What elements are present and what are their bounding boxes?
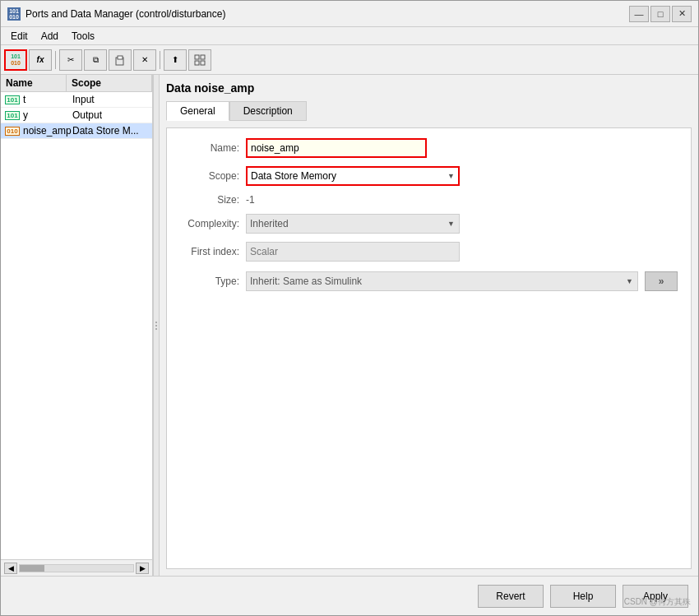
watermark: CSDN @何方其殊: [624, 596, 691, 608]
port-scope-noise-amp: Data Store M...: [72, 125, 149, 137]
scroll-track[interactable]: [19, 564, 134, 572]
maximize-button[interactable]: □: [650, 6, 670, 22]
complexity-label: Complexity:: [180, 218, 246, 229]
type-select[interactable]: Inherit: Same as Simulink double single …: [246, 271, 638, 291]
first-index-input[interactable]: [246, 242, 460, 262]
toolbar-data-btn[interactable]: 101010: [4, 49, 27, 71]
menu-add[interactable]: Add: [35, 29, 65, 43]
size-control: -1: [246, 194, 678, 206]
port-name-y: y: [23, 109, 72, 121]
port-row-t[interactable]: 101 t Input: [1, 92, 152, 108]
resize-handle[interactable]: [153, 75, 160, 576]
toolbar: 101010 fx ✂ ⧉ ✕ ⬆: [1, 45, 698, 75]
svg-rect-3: [201, 55, 205, 59]
col-header-name: Name: [1, 75, 67, 91]
size-row: Size: -1: [180, 194, 678, 206]
help-button[interactable]: Help: [550, 585, 616, 608]
port-icon-y: 101: [4, 109, 21, 121]
svg-rect-2: [195, 55, 199, 59]
tab-general[interactable]: General: [166, 101, 229, 121]
menu-edit[interactable]: Edit: [4, 29, 35, 43]
svg-rect-5: [201, 61, 205, 65]
port-name-noise-amp: noise_amp: [23, 125, 72, 137]
tab-bar: General Description: [166, 101, 692, 121]
svg-rect-1: [118, 56, 123, 59]
scope-control: Data Store Memory Input Output Parameter: [246, 166, 678, 186]
type-select-wrapper: Inherit: Same as Simulink double single …: [246, 271, 638, 291]
minimize-button[interactable]: —: [629, 6, 649, 22]
menu-bar: Edit Add Tools: [1, 27, 698, 45]
complexity-control: Inherited real complex: [246, 214, 678, 234]
size-label: Size:: [180, 194, 246, 206]
scope-row: Scope: Data Store Memory Input Output Pa…: [180, 166, 678, 186]
complexity-select-wrapper: Inherited real complex: [246, 214, 460, 234]
left-panel-scrollbar: ◀ ▶: [1, 559, 152, 576]
type-advanced-btn[interactable]: »: [645, 271, 678, 291]
right-panel: Data noise_amp General Description Name:…: [160, 75, 698, 576]
port-scope-y: Output: [72, 109, 149, 121]
complexity-select[interactable]: Inherited real complex: [246, 214, 460, 234]
complexity-row: Complexity: Inherited real complex: [180, 214, 678, 234]
bottom-bar: Revert Help Apply: [1, 576, 698, 615]
first-index-row: First index:: [180, 242, 678, 262]
tab-description[interactable]: Description: [229, 101, 307, 121]
port-row-y[interactable]: 101 y Output: [1, 108, 152, 123]
resize-dot-1: [155, 322, 157, 323]
toolbar-copy-btn[interactable]: ⧉: [84, 49, 107, 71]
port-name-t: t: [23, 94, 72, 105]
left-panel: Name Scope 101 t Input 101 y Output: [1, 75, 153, 576]
resize-dots: [155, 322, 157, 330]
first-index-control: [246, 242, 678, 262]
resize-dot-3: [155, 328, 157, 330]
size-value: -1: [246, 194, 255, 206]
name-label: Name:: [180, 142, 246, 154]
toolbar-separator-1: [55, 51, 56, 69]
title-bar-left: 101010 Ports and Data Manager (control/d…: [7, 7, 225, 21]
type-label: Type:: [180, 276, 246, 287]
title-buttons: — □ ✕: [629, 6, 692, 22]
port-list: 101 t Input 101 y Output 010 noise_: [1, 92, 152, 559]
toolbar-separator-2: [160, 51, 160, 69]
revert-button[interactable]: Revert: [478, 585, 544, 608]
app-icon: 101010: [7, 7, 21, 21]
first-index-label: First index:: [180, 246, 246, 257]
scope-select-wrapper: Data Store Memory Input Output Parameter: [246, 166, 460, 186]
menu-tools[interactable]: Tools: [65, 29, 101, 43]
name-row: Name:: [180, 138, 678, 158]
toolbar-delete-btn[interactable]: ✕: [133, 49, 156, 71]
title-bar: 101010 Ports and Data Manager (control/d…: [1, 1, 698, 27]
toolbar-fx-btn[interactable]: fx: [29, 49, 52, 71]
toolbar-paste-btn[interactable]: [109, 49, 132, 71]
type-control: Inherit: Same as Simulink double single …: [246, 271, 678, 291]
port-row-noise-amp[interactable]: 010 noise_amp Data Store M...: [1, 123, 152, 139]
scroll-thumb: [20, 565, 44, 572]
type-row: Type: Inherit: Same as Simulink double s…: [180, 271, 678, 291]
window-title: Ports and Data Manager (control/disturba…: [25, 8, 225, 20]
resize-dot-2: [155, 325, 157, 327]
close-button[interactable]: ✕: [672, 6, 692, 22]
scope-label: Scope:: [180, 170, 246, 182]
name-input[interactable]: [246, 138, 427, 158]
form-area: Name: Scope: Data Store Memory Input Out: [166, 127, 692, 569]
toolbar-up-btn[interactable]: ⬆: [164, 49, 187, 71]
port-scope-t: Input: [72, 94, 149, 105]
scroll-right-btn[interactable]: ▶: [136, 563, 149, 574]
scope-select[interactable]: Data Store Memory Input Output Parameter: [246, 166, 460, 186]
main-window: 101010 Ports and Data Manager (control/d…: [0, 0, 699, 616]
toolbar-cut-btn[interactable]: ✂: [59, 49, 82, 71]
col-header-scope: Scope: [67, 75, 152, 91]
toolbar-grid-btn[interactable]: [188, 49, 211, 71]
port-icon-t: 101: [4, 94, 21, 105]
section-title: Data noise_amp: [166, 81, 692, 95]
name-control: [246, 138, 678, 158]
svg-rect-4: [195, 61, 199, 65]
main-content: Name Scope 101 t Input 101 y Output: [1, 75, 698, 576]
port-icon-noise-amp: 010: [4, 125, 21, 137]
scroll-left-btn[interactable]: ◀: [4, 563, 17, 574]
left-panel-header: Name Scope: [1, 75, 152, 92]
